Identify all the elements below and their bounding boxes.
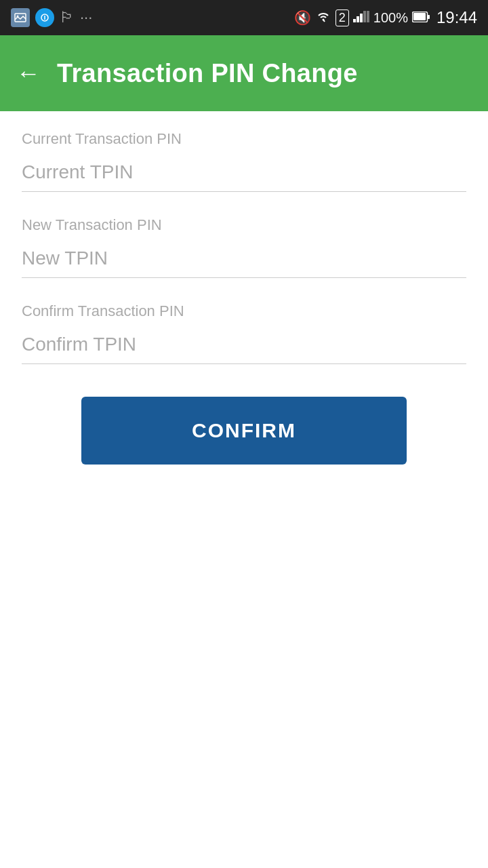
back-button[interactable]: ← xyxy=(16,59,41,87)
time-display: 19:44 xyxy=(436,8,477,27)
confirm-pin-group: Confirm Transaction PIN xyxy=(22,302,466,364)
svg-rect-7 xyxy=(360,14,363,22)
form-content: Current Transaction PIN New Transaction … xyxy=(0,111,488,492)
app-bar: ← Transaction PIN Change xyxy=(0,35,488,111)
svg-rect-6 xyxy=(357,16,359,22)
svg-rect-9 xyxy=(367,11,369,22)
svg-rect-11 xyxy=(413,13,426,20)
status-bar-left-icons: 🏳 ··· xyxy=(11,8,92,27)
status-bar: 🏳 ··· 🔇 2 100% xyxy=(0,0,488,35)
signal-icon xyxy=(353,9,369,26)
status-bar-right-icons: 🔇 2 100% xyxy=(294,8,477,27)
svg-rect-12 xyxy=(428,15,430,19)
svg-rect-5 xyxy=(353,19,356,22)
current-pin-label: Current Transaction PIN xyxy=(22,130,466,148)
current-tpin-input[interactable] xyxy=(22,155,466,192)
confirm-pin-label: Confirm Transaction PIN xyxy=(22,302,466,320)
gallery-icon xyxy=(11,8,30,27)
confirm-button[interactable]: CONFIRM xyxy=(81,397,407,465)
svg-rect-8 xyxy=(363,11,366,22)
battery-icon xyxy=(412,9,430,26)
current-pin-group: Current Transaction PIN xyxy=(22,130,466,192)
svg-point-4 xyxy=(322,19,324,21)
new-pin-group: New Transaction PIN xyxy=(22,216,466,278)
mute-icon: 🔇 xyxy=(294,9,311,26)
page-title: Transaction PIN Change xyxy=(57,59,358,88)
app-icon xyxy=(35,8,54,27)
sim-badge: 2 xyxy=(336,9,349,26)
flag-icon: 🏳 xyxy=(60,9,75,26)
new-tpin-input[interactable] xyxy=(22,241,466,278)
confirm-tpin-input[interactable] xyxy=(22,327,466,364)
new-pin-label: New Transaction PIN xyxy=(22,216,466,234)
more-icon: ··· xyxy=(80,9,92,26)
battery-percentage: 100% xyxy=(373,10,408,26)
confirm-button-wrapper: CONFIRM xyxy=(22,397,466,465)
wifi-icon xyxy=(315,9,331,26)
